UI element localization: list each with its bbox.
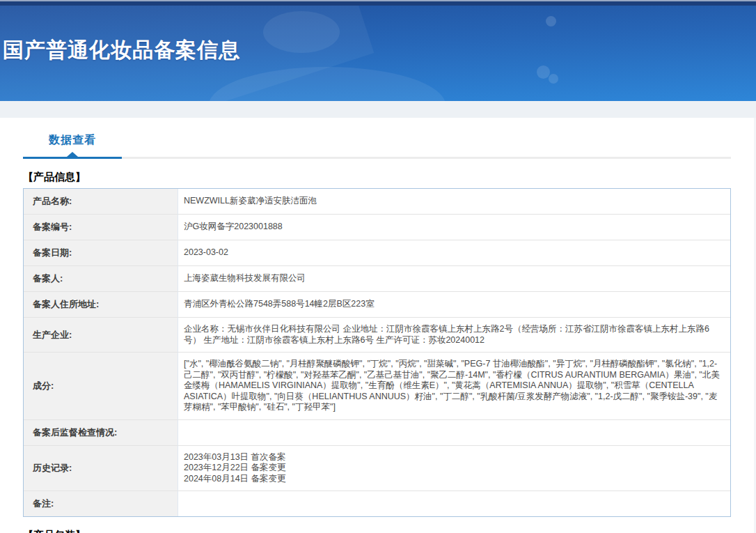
field-label: 生产企业:	[24, 318, 178, 353]
decorative-circle	[537, 65, 550, 79]
field-value: 企业名称：无锡市伙伴日化科技有限公司 企业地址：江阴市徐霞客镇上东村上东路2号（…	[178, 318, 730, 353]
decorative-circle	[549, 74, 558, 84]
field-value-history: 2023年03月13日 首次备案 2023年12月22日 备案变更 2024年0…	[178, 446, 730, 492]
table-row: 产品名称: NEWZWILL新姿葳净适安肤洁面泡	[24, 189, 730, 215]
table-row: 备案人住所地址: 青浦区外青松公路7548弄588号14幢2层B区223室	[24, 292, 730, 318]
table-row: 生产企业: 企业名称：无锡市伙伴日化科技有限公司 企业地址：江阴市徐霞客镇上东村…	[24, 318, 730, 353]
field-value-ingredients: ["水", "椰油酰谷氨酸二钠", "月桂醇聚醚磷酸钾", "丁烷", "丙烷"…	[178, 353, 730, 420]
table-row: 备案编号: 沪G妆网备字2023001888	[24, 215, 730, 240]
table-row: 备案后监督检查情况:	[24, 420, 730, 446]
tab-active-underline	[23, 157, 122, 159]
field-label: 备案人住所地址:	[24, 292, 178, 318]
field-value	[178, 420, 730, 446]
field-label: 备案日期:	[24, 240, 178, 266]
field-label: 产品名称:	[24, 189, 178, 215]
table-row: 备注:	[24, 491, 730, 516]
field-label: 成分:	[24, 353, 178, 420]
tab-data-view-label: 数据查看	[49, 134, 96, 146]
decorative-circle	[546, 16, 556, 26]
table-row: 历史记录: 2023年03月13日 首次备案 2023年12月22日 备案变更 …	[24, 446, 730, 492]
field-value: NEWZWILL新姿葳净适安肤洁面泡	[178, 189, 730, 215]
field-label: 历史记录:	[24, 446, 178, 492]
field-value: 上海姿葳生物科技发展有限公司	[178, 266, 730, 292]
field-value	[178, 491, 730, 516]
header-top-strip	[0, 0, 756, 6]
table-row: 备案人: 上海姿葳生物科技发展有限公司	[24, 266, 730, 292]
page-title: 国产普通化妆品备案信息	[3, 36, 240, 65]
field-label: 备案人:	[24, 266, 178, 292]
page-header-banner: 国产普通化妆品备案信息	[0, 0, 756, 101]
tab-data-view[interactable]: 数据查看	[23, 133, 122, 157]
tab-bar: 数据查看	[23, 133, 731, 159]
table-row: 成分: ["水", "椰油酰谷氨酸二钠", "月桂醇聚醚磷酸钾", "丁烷", …	[24, 353, 730, 420]
content-card: 数据查看 【产品信息】 产品名称: NEWZWILL新姿葳净适安肤洁面泡 备案编…	[0, 118, 756, 533]
field-label: 备案后监督检查情况:	[24, 420, 178, 446]
section-heading-packaging: 【产品包装】	[23, 529, 731, 533]
product-info-table: 产品名称: NEWZWILL新姿葳净适安肤洁面泡 备案编号: 沪G妆网备字202…	[23, 188, 731, 517]
field-value: 青浦区外青松公路7548弄588号14幢2层B区223室	[178, 292, 730, 318]
field-value: 2023-03-02	[178, 240, 730, 266]
tab-active-indicator-icon	[67, 152, 78, 157]
table-row: 备案日期: 2023-03-02	[24, 240, 730, 266]
section-heading-product-info: 【产品信息】	[23, 171, 731, 184]
decorative-ellipse	[263, 11, 340, 53]
field-label: 备注:	[24, 491, 178, 516]
field-value: 沪G妆网备字2023001888	[178, 215, 730, 240]
field-label: 备案编号:	[24, 215, 178, 240]
